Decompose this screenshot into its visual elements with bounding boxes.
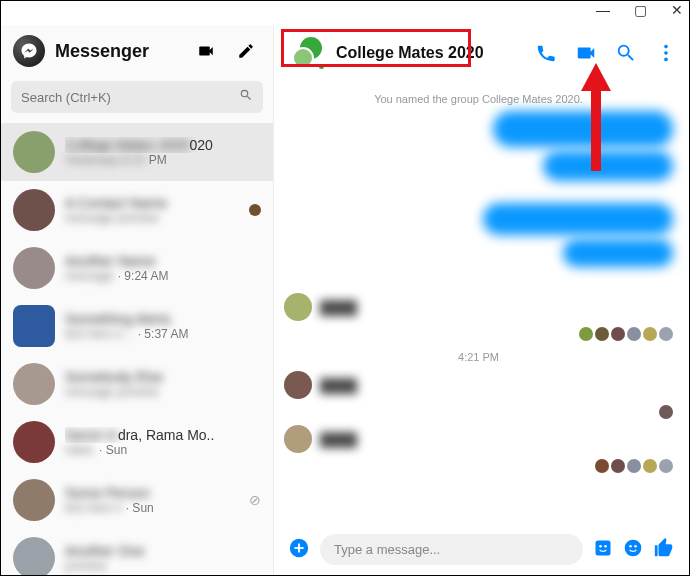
- composer: Type a message...: [274, 524, 689, 575]
- sticker-button[interactable]: [593, 538, 613, 562]
- received-message[interactable]: ████: [284, 371, 673, 399]
- conversation-preview: message· 9:24 AM: [65, 269, 261, 283]
- conversation-name: Another One: [65, 543, 261, 559]
- read-receipts: [284, 459, 673, 473]
- add-attachment-button[interactable]: [288, 537, 310, 563]
- video-call-sidebar-button[interactable]: [191, 36, 221, 66]
- system-message: You named the group College Mates 2020.: [284, 93, 673, 105]
- read-receipt: [627, 459, 641, 473]
- received-message[interactable]: ████: [284, 425, 673, 453]
- conversation-preview: message preview: [65, 385, 261, 399]
- read-receipt: [643, 327, 657, 341]
- read-receipt: [659, 327, 673, 341]
- avatar: [13, 189, 55, 231]
- chat-search-button[interactable]: [615, 42, 637, 64]
- search-icon: [239, 88, 253, 106]
- sent-message[interactable]: [493, 111, 673, 147]
- svg-point-7: [625, 539, 642, 556]
- conversation-name: A Contact Name: [65, 195, 239, 211]
- status-indicator: [249, 204, 261, 216]
- search-input[interactable]: [21, 90, 239, 105]
- conversation-preview: Yesterday 8:15PM: [65, 153, 261, 167]
- voice-call-button[interactable]: [535, 42, 557, 64]
- avatar: [13, 479, 55, 521]
- conversation-name: College Mates 2020020: [65, 137, 261, 153]
- svg-point-0: [664, 45, 668, 49]
- avatar: [13, 305, 55, 347]
- conversation-item[interactable]: Name Indra, Rama Mo..nded. · Sun: [1, 413, 273, 471]
- read-receipts: [284, 327, 673, 341]
- svg-point-9: [634, 545, 637, 548]
- conversation-item[interactable]: Another Namemessage· 9:24 AM: [1, 239, 273, 297]
- conversation-name: Something Alerts: [65, 311, 261, 327]
- message-input[interactable]: Type a message...: [320, 534, 583, 565]
- conversation-preview: text here o…· 5:37 AM: [65, 327, 261, 341]
- conversation-preview: text here n · Sun: [65, 501, 239, 515]
- svg-point-8: [629, 545, 632, 548]
- conversation-name: Some Person: [65, 485, 239, 501]
- search-bar[interactable]: [11, 81, 263, 113]
- conversation-name: Name Indra, Rama Mo..: [65, 427, 261, 443]
- svg-rect-4: [596, 540, 611, 555]
- chat-body: You named the group College Mates 2020. …: [274, 81, 689, 524]
- window-titlebar: — ▢ ✕: [1, 1, 689, 25]
- brand-title: Messenger: [55, 41, 181, 62]
- sent-message[interactable]: [543, 151, 673, 181]
- avatar: [13, 247, 55, 289]
- svg-point-1: [664, 51, 668, 55]
- read-receipt: [659, 459, 673, 473]
- conversation-item[interactable]: A Contact Namemessage preview: [1, 181, 273, 239]
- chat-avatar[interactable]: [292, 37, 324, 69]
- video-call-button[interactable]: [575, 42, 597, 64]
- conversation-preview: message preview: [65, 211, 239, 225]
- conversation-item[interactable]: Some Persontext here n · Sun⊘: [1, 471, 273, 529]
- conversation-item[interactable]: College Mates 2020020Yesterday 8:15PM: [1, 123, 273, 181]
- read-receipt: [579, 327, 593, 341]
- avatar: [13, 537, 55, 575]
- emoji-button[interactable]: [623, 538, 643, 562]
- chat-title[interactable]: College Mates 2020: [336, 44, 484, 62]
- svg-point-2: [664, 58, 668, 62]
- close-button[interactable]: ✕: [671, 3, 683, 17]
- sent-message[interactable]: [563, 239, 673, 267]
- avatar: [13, 131, 55, 173]
- chat-panel: College Mates 2020 You named the group C…: [274, 25, 689, 575]
- minimize-button[interactable]: —: [596, 3, 610, 17]
- sidebar: Messenger College Mates 2020020Yesterday…: [1, 25, 274, 575]
- read-receipt: [611, 459, 625, 473]
- chat-header: College Mates 2020: [274, 25, 689, 81]
- received-message[interactable]: ████: [284, 293, 673, 321]
- compose-button[interactable]: [231, 36, 261, 66]
- conversation-preview: nded. · Sun: [65, 443, 261, 457]
- conversation-preview: preview: [65, 559, 261, 573]
- delivered-icon: ⊘: [249, 492, 261, 508]
- time-divider: 4:21 PM: [284, 351, 673, 363]
- avatar: [13, 421, 55, 463]
- sent-message[interactable]: [483, 203, 673, 235]
- conversation-item[interactable]: Another Onepreview: [1, 529, 273, 575]
- read-receipt: [643, 459, 657, 473]
- read-receipt: [627, 327, 641, 341]
- more-button[interactable]: [655, 42, 677, 64]
- conversation-item[interactable]: Somebody Elsemessage preview: [1, 355, 273, 413]
- conversation-item[interactable]: Something Alertstext here o…· 5:37 AM: [1, 297, 273, 355]
- read-receipt: [659, 405, 673, 419]
- messenger-logo: [13, 35, 45, 67]
- conversation-name: Another Name: [65, 253, 261, 269]
- read-receipt: [595, 327, 609, 341]
- conversation-name: Somebody Else: [65, 369, 261, 385]
- like-button[interactable]: [653, 537, 675, 563]
- svg-point-5: [599, 545, 602, 548]
- read-receipt: [611, 327, 625, 341]
- avatar: [13, 363, 55, 405]
- read-receipt: [595, 459, 609, 473]
- svg-point-6: [604, 545, 607, 548]
- maximize-button[interactable]: ▢: [634, 3, 647, 17]
- conversation-list: College Mates 2020020Yesterday 8:15PMA C…: [1, 123, 273, 575]
